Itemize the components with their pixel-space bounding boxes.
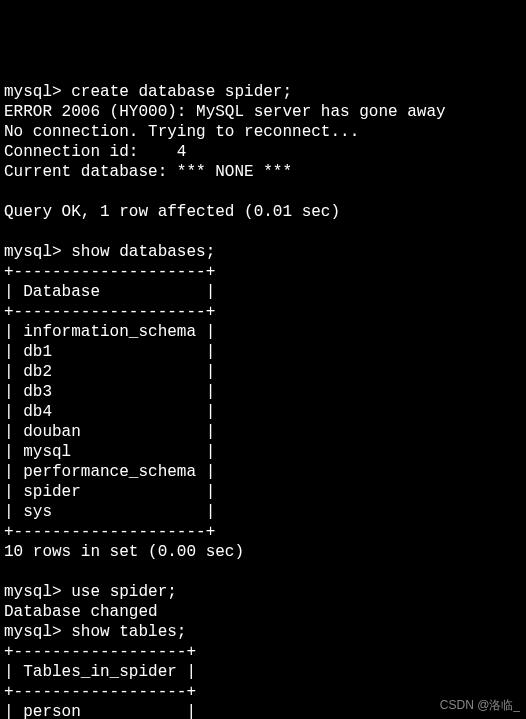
table-border: +--------------------+ (4, 523, 215, 541)
watermark: CSDN @洛临_ (440, 698, 520, 713)
sql-command: use spider; (71, 583, 177, 601)
error-message: ERROR 2006 (HY000): MySQL server has gon… (4, 103, 446, 121)
current-database-label: Current database: (4, 163, 177, 181)
table-row: | spider | (4, 483, 215, 501)
table-row: | performance_schema | (4, 463, 215, 481)
query-ok-message: Query OK, 1 row affected (0.01 sec) (4, 203, 340, 221)
mysql-prompt: mysql> (4, 583, 62, 601)
table-row: | person | (4, 703, 196, 719)
table-border: +------------------+ (4, 643, 196, 661)
table-row: | mysql | (4, 443, 215, 461)
table-header: | Database | (4, 283, 215, 301)
terminal-output[interactable]: mysql> create database spider; ERROR 200… (4, 82, 522, 719)
row-count-message: 10 rows in set (0.00 sec) (4, 543, 244, 561)
connection-id-label: Connection id: (4, 143, 177, 161)
table-border: +------------------+ (4, 683, 196, 701)
table-row: | information_schema | (4, 323, 215, 341)
table-row: | db3 | (4, 383, 215, 401)
table-row: | db1 | (4, 343, 215, 361)
table-row: | sys | (4, 503, 215, 521)
mysql-prompt: mysql> (4, 623, 62, 641)
table-row: | db4 | (4, 403, 215, 421)
table-row: | douban | (4, 423, 215, 441)
current-database-value: *** NONE *** (177, 163, 292, 181)
sql-command: create database spider; (71, 83, 292, 101)
sql-command: show tables; (71, 623, 186, 641)
database-changed-message: Database changed (4, 603, 158, 621)
table-row: | db2 | (4, 363, 215, 381)
reconnect-message: No connection. Trying to reconnect... (4, 123, 359, 141)
mysql-prompt: mysql> (4, 243, 62, 261)
mysql-prompt: mysql> (4, 83, 62, 101)
connection-id-value: 4 (177, 143, 187, 161)
sql-command: show databases; (71, 243, 215, 261)
table-border: +--------------------+ (4, 263, 215, 281)
table-border: +--------------------+ (4, 303, 215, 321)
table-header: | Tables_in_spider | (4, 663, 196, 681)
